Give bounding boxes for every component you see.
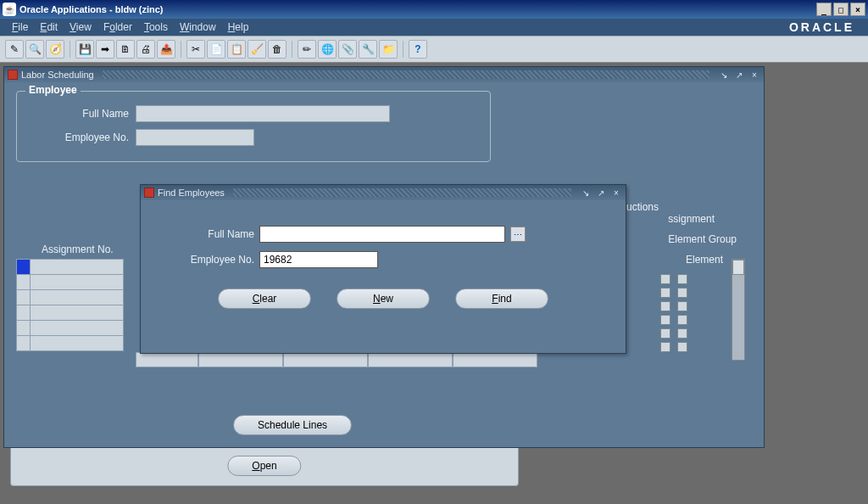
vertical-scrollbar[interactable] <box>732 259 745 361</box>
menu-edit[interactable]: Edit <box>40 21 58 33</box>
menu-tools[interactable]: Tools <box>144 21 168 33</box>
table-row <box>17 336 124 351</box>
tb-attach-icon[interactable]: 📎 <box>338 40 357 59</box>
ls-close-icon[interactable]: × <box>748 70 760 80</box>
os-titlebar: ☕ Oracle Applications - bldw (zinc) _ □ … <box>0 0 868 19</box>
schedule-lines-button[interactable]: Schedule Lines <box>233 415 352 435</box>
tb-new-icon[interactable]: ✎ <box>5 40 24 59</box>
tb-translate-icon[interactable]: 🌐 <box>318 40 337 59</box>
table-row <box>17 290 124 305</box>
tb-clear-icon[interactable]: 🧹 <box>248 40 266 59</box>
modal-employee-no-input[interactable] <box>259 251 378 268</box>
toolbar: ✎ 🔍 🧭 💾 ➡ 🗎 🖨 📤 ✂ 📄 📋 🧹 🗑 ✏ 🌐 📎 🔧 📁 ? <box>0 36 868 63</box>
full-name-label: Full Name <box>27 108 129 120</box>
labor-scheduling-titlebar[interactable]: Labor Scheduling ↘ ↗ × <box>4 67 764 82</box>
table-row <box>17 321 124 336</box>
open-button[interactable]: Open <box>227 456 301 476</box>
menu-view[interactable]: View <box>70 21 92 33</box>
labor-scheduling-window: Labor Scheduling ↘ ↗ × Employee Full Nam… <box>3 66 765 448</box>
menu-window[interactable]: Window <box>180 21 216 33</box>
grid-cell[interactable] <box>283 352 368 367</box>
tb-tools-icon[interactable]: 🔧 <box>359 40 377 59</box>
tb-next-icon[interactable]: ➡ <box>96 40 114 59</box>
tb-save-icon[interactable]: 💾 <box>75 40 94 59</box>
col-element-label: Element <box>686 254 723 266</box>
clear-button[interactable]: Clear <box>218 288 311 309</box>
checkbox[interactable] <box>660 315 670 325</box>
find-employees-title: Find Employees <box>158 188 225 198</box>
os-window: ☕ Oracle Applications - bldw (zinc) _ □ … <box>0 0 868 504</box>
workspace: Open Labor Scheduling ↘ ↗ × Employee Ful… <box>0 63 868 504</box>
ls-minimize-icon[interactable]: ↘ <box>718 70 730 80</box>
tb-find-icon[interactable]: 🔍 <box>25 40 44 59</box>
checkbox[interactable] <box>677 288 687 298</box>
tb-printsetup-icon[interactable]: 🗎 <box>116 40 135 59</box>
table-row <box>17 260 124 275</box>
toolbar-separator <box>181 41 181 58</box>
grid-cell[interactable] <box>198 352 283 367</box>
checkbox[interactable] <box>677 315 687 325</box>
modal-close-icon[interactable]: × <box>610 188 622 198</box>
labor-scheduling-title: Labor Scheduling <box>21 70 94 80</box>
minimize-button[interactable]: _ <box>816 3 832 16</box>
element-row <box>618 274 687 284</box>
modal-full-name-label: Full Name <box>161 228 254 240</box>
tb-paste-icon[interactable]: 📋 <box>227 40 246 59</box>
tb-copy-icon[interactable]: 📄 <box>207 40 225 59</box>
grid-cell[interactable] <box>453 352 537 367</box>
new-button[interactable]: New <box>337 288 430 309</box>
maximize-button[interactable]: □ <box>833 3 849 16</box>
modal-minimize-icon[interactable]: ↘ <box>580 188 592 198</box>
tb-help-icon[interactable]: ? <box>409 40 427 59</box>
employee-no-label: Employee No. <box>27 132 129 143</box>
checkbox[interactable] <box>677 342 687 352</box>
checkbox[interactable] <box>660 274 670 284</box>
grid-cell[interactable] <box>368 352 453 367</box>
tb-nav-icon[interactable]: 🧭 <box>46 40 64 59</box>
employee-legend: Employee <box>25 84 81 96</box>
employee-groupbox: Employee Full Name Employee No. <box>16 91 491 162</box>
oracle-window-icon <box>8 70 18 80</box>
employee-no-field[interactable] <box>136 129 254 146</box>
tb-print-icon[interactable]: 🖨 <box>136 40 155 59</box>
bottom-row <box>136 352 537 367</box>
scrollbar-thumb[interactable] <box>732 260 744 275</box>
tb-folder-icon[interactable]: 📁 <box>379 40 398 59</box>
ls-maximize-icon[interactable]: ↗ <box>733 70 745 80</box>
toolbar-separator <box>292 41 292 58</box>
menu-file[interactable]: File <box>12 21 28 33</box>
java-icon: ☕ <box>3 3 16 16</box>
close-button[interactable]: × <box>850 3 865 16</box>
col-element-group-label: Element Group <box>668 233 737 245</box>
element-row <box>618 301 687 311</box>
grid-cell[interactable] <box>136 352 198 367</box>
lov-button[interactable]: ⋯ <box>510 227 526 242</box>
oracle-window-icon <box>144 188 154 198</box>
element-row <box>618 328 687 339</box>
menu-help[interactable]: Help <box>228 21 249 33</box>
checkbox[interactable] <box>660 288 670 298</box>
checkbox[interactable] <box>660 342 670 352</box>
menu-folder[interactable]: Folder <box>103 21 132 33</box>
col-assignment2-label: ssignment <box>668 213 715 225</box>
modal-full-name-input[interactable] <box>259 226 505 243</box>
find-employees-titlebar[interactable]: Find Employees ↘ ↗ × <box>141 185 626 200</box>
assignment-grid[interactable] <box>16 259 124 351</box>
checkbox[interactable] <box>677 274 687 284</box>
modal-maximize-icon[interactable]: ↗ <box>595 188 607 198</box>
find-button[interactable]: Find <box>455 288 548 309</box>
element-row <box>618 315 687 325</box>
tb-delete-icon[interactable]: 🗑 <box>268 40 287 59</box>
tb-export-icon[interactable]: 📤 <box>157 40 175 59</box>
labor-scheduling-body: Employee Full Name Employee No. Assignme… <box>4 82 764 447</box>
checkbox[interactable] <box>677 301 687 311</box>
titlebar-hatch <box>233 188 571 197</box>
tb-edit-icon[interactable]: ✏ <box>298 40 316 59</box>
table-row <box>17 305 124 321</box>
find-employees-dialog: Find Employees ↘ ↗ × Full Name ⋯ <box>140 184 626 354</box>
tb-cut-icon[interactable]: ✂ <box>186 40 205 59</box>
checkbox[interactable] <box>660 301 670 311</box>
full-name-field[interactable] <box>136 105 390 122</box>
checkbox[interactable] <box>660 328 670 339</box>
checkbox[interactable] <box>677 328 687 339</box>
